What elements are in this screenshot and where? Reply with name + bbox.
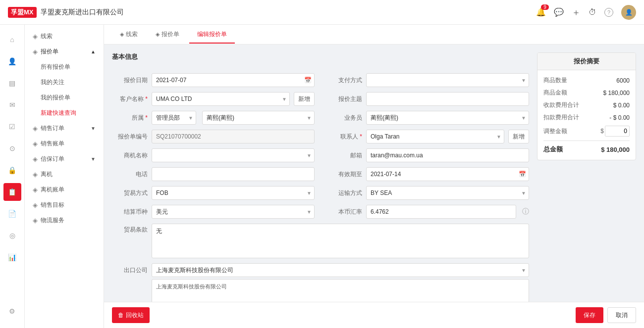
nav-label-all-quotes: 所有报价单 <box>41 63 70 71</box>
valid-until-label: 有效期至 <box>326 170 362 179</box>
avatar[interactable]: 👤 <box>621 5 636 20</box>
tab-quote-icon: ◈ <box>156 31 160 38</box>
form-row-salesperson: 业务员 蔺熙(蔺熙) ▼ <box>326 111 529 125</box>
form-row-exchange: 本币汇率 ⓘ <box>326 205 529 219</box>
return-button[interactable]: 🗑 回收站 <box>112 307 150 323</box>
content-area: ◈ 线索 ◈ 报价单 编辑报价单 基本信息 报价日期 <box>104 25 644 328</box>
quote-date-wrapper: 📅 <box>152 73 315 87</box>
exchange-input[interactable] <box>366 205 516 219</box>
sidebar-icon-layers[interactable]: ▤ <box>3 74 21 92</box>
summary-adjust-input[interactable] <box>605 126 630 137</box>
liji-icon: ◈ <box>33 171 38 178</box>
salesperson-select[interactable]: 蔺熙(蔺熙) <box>366 111 529 125</box>
currency-select[interactable]: 美元 <box>152 205 315 219</box>
icon-sidebar: ⌂ 👤 ▤ ✉ ☑ ⊙ 🔒 📋 📄 ◎ 📊 ⚙ <box>0 25 25 328</box>
nav-item-sales-bill[interactable]: ◈ 销售账单 <box>25 136 104 151</box>
currency-select-wrapper: 美元 ▼ <box>152 205 315 219</box>
plus-icon[interactable]: ＋ <box>572 6 581 18</box>
salesperson-label: 业务员 <box>326 114 362 122</box>
shipping-select[interactable]: BY SEA <box>366 186 529 200</box>
summary-total-value: $ 180,000 <box>601 146 630 153</box>
form-row-email: 邮箱 <box>326 148 529 162</box>
nav-item-logistics[interactable]: ◈ 物流服务 <box>25 213 104 228</box>
sidebar-icon-check[interactable]: ☑ <box>3 118 21 136</box>
nav-item-sales-order[interactable]: ◈ 销售订单 ▼ <box>25 121 104 136</box>
shipping-label: 运输方式 <box>326 189 362 197</box>
export-company-select[interactable]: 上海麦克斯科技股份有限公司 <box>152 263 529 277</box>
form-row-shipping: 运输方式 BY SEA ▼ <box>326 186 529 200</box>
currency-label: 结算币种 <box>112 208 148 216</box>
sidebar-icon-settings[interactable]: ⚙ <box>3 302 21 320</box>
sidebar-icon-mail[interactable]: ✉ <box>3 96 21 114</box>
summary-panel: 报价摘要 商品数量 6000 商品金额 $ 180,000 收款费用合计 $ 0… <box>537 52 636 160</box>
quote-date-input[interactable] <box>152 73 315 87</box>
nav-item-insurance[interactable]: ◈ 信保订单 ▼ <box>25 151 104 167</box>
contact-select[interactable]: Olga Taran <box>366 130 504 143</box>
nav-item-sales-target[interactable]: ◈ 销售目标 <box>25 197 104 213</box>
tabs-bar: ◈ 线索 ◈ 报价单 编辑报价单 <box>104 25 644 45</box>
form-row-valid-until: 有效期至 📅 <box>326 167 529 181</box>
calendar-icon: 📅 <box>304 77 312 84</box>
form-row-date: 报价日期 📅 <box>112 73 315 87</box>
nav-label-new-query: 新建快速查询 <box>41 109 76 117</box>
sidebar-icon-bar[interactable]: 📊 <box>3 248 21 266</box>
summary-row-deduct: 扣款费用合计 - $ 0.00 <box>543 111 630 124</box>
bell-icon[interactable]: 🔔 9 <box>536 7 546 17</box>
phone-label: 电话 <box>112 170 148 179</box>
payment-select-wrapper[interactable]: ▼ <box>366 73 529 87</box>
tab-edit-quote[interactable]: 编辑报价单 <box>189 26 235 44</box>
nav-label-sales-order: 销售订单 <box>41 124 64 133</box>
export-company-label: 出口公司 <box>112 266 148 275</box>
nav-sidebar: ◈ 线索 ◈ 报价单 ▲ 所有报价单 我的关注 我的报价单 新建快速查询 ◈ 销… <box>25 25 104 328</box>
merchant-select[interactable] <box>152 148 315 162</box>
trade-term-select-wrapper: FOB ▼ <box>152 186 315 200</box>
sidebar-icon-person[interactable]: 👤 <box>3 52 21 70</box>
nav-item-liji[interactable]: ◈ 离机 <box>25 167 104 182</box>
trade-term-select[interactable]: FOB <box>152 186 315 200</box>
email-input[interactable] <box>366 148 529 162</box>
cancel-button[interactable]: 取消 <box>607 307 636 323</box>
dept2-select[interactable]: 蔺熙(蔺熙) <box>202 111 315 125</box>
add-customer-button[interactable]: 新增 <box>294 92 315 106</box>
valid-calendar-icon: 📅 <box>519 171 526 178</box>
nav-item-liji-bill[interactable]: ◈ 离机账单 <box>25 182 104 197</box>
sidebar-icon-lock[interactable]: 🔒 <box>3 161 21 179</box>
merchant-select-wrapper: ▼ <box>152 148 315 162</box>
tab-clue[interactable]: ◈ 线索 <box>112 26 146 44</box>
return-label: 回收站 <box>126 311 144 320</box>
save-button[interactable]: 保存 <box>576 307 603 323</box>
summary-deduct-value: - $ 0.00 <box>609 114 630 121</box>
form-grid: 报价日期 📅 支付方式 ▼ <box>112 73 529 302</box>
form-row-customer: 客户名称 UMA CO LTD ▼ 新增 <box>112 92 315 106</box>
add-contact-button[interactable]: 新增 <box>508 130 529 143</box>
chat-icon[interactable]: 💬 <box>554 7 564 17</box>
sidebar-icon-doc[interactable]: 📄 <box>3 205 21 223</box>
sidebar-icon-search[interactable]: ⊙ <box>3 140 21 157</box>
sidebar-icon-target[interactable]: ◎ <box>3 227 21 244</box>
trade-clause-textarea[interactable]: 无 <box>152 224 529 258</box>
customer-select[interactable]: UMA CO LTD <box>152 92 290 106</box>
phone-input[interactable] <box>152 167 315 181</box>
nav-item-all-quotes[interactable]: 所有报价单 <box>25 59 104 75</box>
help-icon[interactable]: ? <box>604 8 613 17</box>
nav-item-quote[interactable]: ◈ 报价单 ▲ <box>25 44 104 59</box>
clue-icon: ◈ <box>33 33 38 40</box>
contact-label: 联系人 <box>326 133 362 141</box>
nav-item-my-follow[interactable]: 我的关注 <box>25 75 104 90</box>
history-icon[interactable]: ⏱ <box>589 8 596 17</box>
bottom-bar: 🗑 回收站 保存 取消 <box>104 302 644 328</box>
payment-select[interactable] <box>366 73 529 87</box>
valid-until-input[interactable] <box>366 167 529 181</box>
tab-quote[interactable]: ◈ 报价单 <box>148 26 187 44</box>
form-row-dept: 所属 管理员部 ▼ 蔺熙(蔺熙) ▼ <box>112 111 315 125</box>
quote-no-input[interactable] <box>152 130 315 143</box>
nav-item-my-quotes[interactable]: 我的报价单 <box>25 90 104 105</box>
nav-item-new-query[interactable]: 新建快速查询 <box>25 105 104 121</box>
nav-item-clue[interactable]: ◈ 线索 <box>25 29 104 44</box>
nav-label-clue: 线索 <box>41 32 53 41</box>
dept-select[interactable]: 管理员部 <box>152 111 196 125</box>
sidebar-icon-quote[interactable]: 📋 <box>3 183 21 201</box>
sidebar-icon-home[interactable]: ⌂ <box>3 31 21 48</box>
subject-input[interactable] <box>366 92 529 106</box>
summary-row-quantity: 商品数量 6000 <box>543 74 630 87</box>
